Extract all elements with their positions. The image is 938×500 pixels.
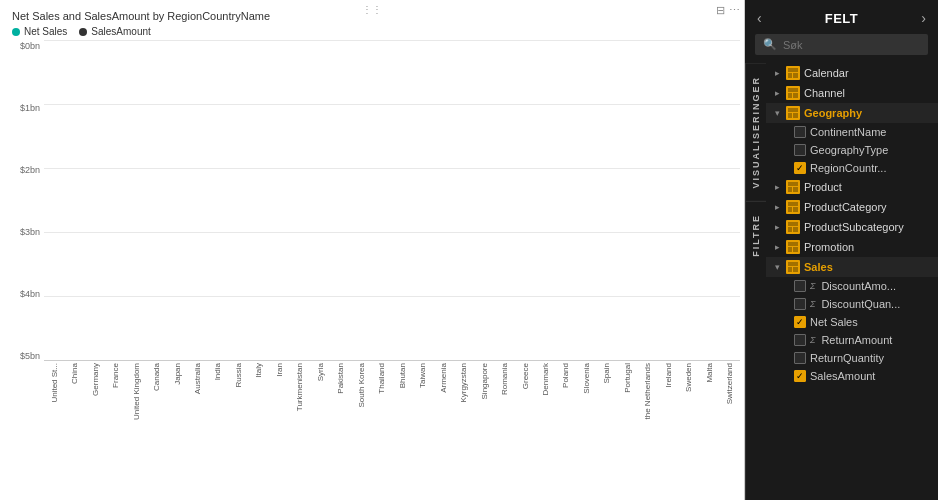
x-label-text: Russia bbox=[234, 363, 243, 387]
x-label-text: Singapore bbox=[480, 363, 489, 399]
checkbox[interactable]: ✓ bbox=[794, 316, 806, 328]
checkbox[interactable] bbox=[794, 280, 806, 292]
expand-arrow[interactable]: ▸ bbox=[772, 242, 782, 252]
sidebar-tree-item-calendar[interactable]: ▸Calendar bbox=[766, 63, 938, 83]
chart-icons: ⊟ ⋯ bbox=[716, 4, 740, 17]
checkbox[interactable] bbox=[794, 352, 806, 364]
child-item-salesamount[interactable]: ✓SalesAmount bbox=[766, 367, 938, 385]
sidebar-vertical-labels: VISUALISERINGER FILTRE bbox=[745, 63, 766, 500]
sidebar-tree-item-geography[interactable]: ▾Geography bbox=[766, 103, 938, 123]
tree-label: ProductSubcategory bbox=[804, 221, 930, 233]
chart-icon-more[interactable]: ⋯ bbox=[729, 4, 740, 17]
x-label-item: Thailand bbox=[372, 361, 392, 441]
svg-rect-3 bbox=[788, 88, 798, 92]
expand-arrow[interactable]: ▸ bbox=[772, 202, 782, 212]
drag-handle[interactable]: ⋮⋮ bbox=[362, 4, 382, 15]
sidebar-tree-item-productsubcategory[interactable]: ▸ProductSubcategory bbox=[766, 217, 938, 237]
checkbox[interactable] bbox=[794, 334, 806, 346]
x-label-text: Bhutan bbox=[398, 363, 407, 388]
expand-arrow[interactable]: ▾ bbox=[772, 108, 782, 118]
x-label-item: China bbox=[64, 361, 84, 441]
child-item-regioncountr_[interactable]: ✓RegionCountr... bbox=[766, 159, 938, 177]
x-labels: United St...ChinaGermanyFranceUnited Kin… bbox=[44, 361, 740, 441]
x-label-item: Sweden bbox=[679, 361, 699, 441]
x-label-text: United St... bbox=[50, 363, 59, 403]
svg-rect-23 bbox=[793, 267, 798, 272]
checkbox[interactable] bbox=[794, 298, 806, 310]
child-label: ReturnQuantity bbox=[810, 352, 884, 364]
x-label-text: Switzerland bbox=[725, 363, 734, 404]
x-label-item: Slovenia bbox=[576, 361, 596, 441]
child-item-net_sales[interactable]: ✓Net Sales bbox=[766, 313, 938, 331]
expand-arrow[interactable]: ▾ bbox=[772, 262, 782, 272]
x-label-item: Canada bbox=[146, 361, 166, 441]
checkbox[interactable]: ✓ bbox=[794, 370, 806, 382]
svg-rect-13 bbox=[788, 207, 792, 212]
sidebar-tree-item-channel[interactable]: ▸Channel bbox=[766, 83, 938, 103]
sidebar-content[interactable]: ▸Calendar▸Channel▾GeographyContinentName… bbox=[766, 63, 938, 500]
x-label-item: Germany bbox=[85, 361, 105, 441]
sidebar-tree-item-productcategory[interactable]: ▸ProductCategory bbox=[766, 197, 938, 217]
x-label-item: Romania bbox=[494, 361, 514, 441]
x-label-item: Malta bbox=[699, 361, 719, 441]
expand-arrow[interactable]: ▸ bbox=[772, 182, 782, 192]
x-label-item: India bbox=[208, 361, 228, 441]
expand-arrow[interactable]: ▸ bbox=[772, 222, 782, 232]
table-icon bbox=[786, 220, 800, 234]
table-icon bbox=[786, 66, 800, 80]
sidebar-title: FELT bbox=[762, 11, 922, 26]
tree-label: Channel bbox=[804, 87, 930, 99]
svg-rect-22 bbox=[788, 267, 792, 272]
sidebar-tree-item-product[interactable]: ▸Product bbox=[766, 177, 938, 197]
x-label-item: Kyrgyzstan bbox=[453, 361, 473, 441]
svg-rect-12 bbox=[788, 202, 798, 206]
x-label-text: France bbox=[111, 363, 120, 388]
child-item-discountquan_[interactable]: ΣDiscountQuan... bbox=[766, 295, 938, 313]
y-label-3bn: $3bn bbox=[20, 227, 40, 237]
child-item-geographytype[interactable]: GeographyType bbox=[766, 141, 938, 159]
x-label-text: Kyrgyzstan bbox=[459, 363, 468, 403]
y-axis: $5bn $4bn $3bn $2bn $1bn $0bn bbox=[4, 41, 44, 361]
x-label-item: Greece bbox=[515, 361, 535, 441]
sidebar-forward-button[interactable]: › bbox=[921, 10, 926, 26]
x-label-item: the Netherlands bbox=[638, 361, 658, 441]
checkbox[interactable]: ✓ bbox=[794, 162, 806, 174]
chart-bars bbox=[44, 41, 740, 361]
x-label-text: Taiwan bbox=[418, 363, 427, 388]
x-label-text: Australia bbox=[193, 363, 202, 394]
legend-label-net-sales: Net Sales bbox=[24, 26, 67, 37]
x-label-item: Syria bbox=[310, 361, 330, 441]
search-input[interactable] bbox=[783, 39, 920, 51]
sidebar-tree-item-sales[interactable]: ▾Sales bbox=[766, 257, 938, 277]
child-label: GeographyType bbox=[810, 144, 888, 156]
x-label-text: Romania bbox=[500, 363, 509, 395]
tree-label: Geography bbox=[804, 107, 930, 119]
sidebar: ‹ FELT › 🔍 VISUALISERINGER FILTRE ▸Calen… bbox=[745, 0, 938, 500]
expand-arrow[interactable]: ▸ bbox=[772, 68, 782, 78]
x-label-item: Singapore bbox=[474, 361, 494, 441]
search-icon: 🔍 bbox=[763, 38, 777, 51]
checkbox[interactable] bbox=[794, 144, 806, 156]
y-label-1bn: $1bn bbox=[20, 103, 40, 113]
child-label: RegionCountr... bbox=[810, 162, 886, 174]
x-label-text: Slovenia bbox=[582, 363, 591, 394]
svg-rect-11 bbox=[793, 187, 798, 192]
x-label-item: South Korea bbox=[351, 361, 371, 441]
child-item-discountamo_[interactable]: ΣDiscountAmo... bbox=[766, 277, 938, 295]
x-label-text: Spain bbox=[602, 363, 611, 383]
x-label-item: Bhutan bbox=[392, 361, 412, 441]
chart-icon-expand[interactable]: ⊟ bbox=[716, 4, 725, 17]
svg-rect-7 bbox=[788, 113, 792, 118]
checkbox[interactable] bbox=[794, 126, 806, 138]
x-label-text: Germany bbox=[91, 363, 100, 396]
y-label-5bn: $5bn bbox=[20, 351, 40, 361]
child-item-continentname[interactable]: ContinentName bbox=[766, 123, 938, 141]
sidebar-tree-item-promotion[interactable]: ▸Promotion bbox=[766, 237, 938, 257]
x-label-text: Sweden bbox=[684, 363, 693, 392]
child-item-returnquantity[interactable]: ReturnQuantity bbox=[766, 349, 938, 367]
expand-arrow[interactable]: ▸ bbox=[772, 88, 782, 98]
child-label: SalesAmount bbox=[810, 370, 875, 382]
tree-label: Sales bbox=[804, 261, 930, 273]
child-item-returnamount[interactable]: ΣReturnAmount bbox=[766, 331, 938, 349]
x-label-text: Syria bbox=[316, 363, 325, 381]
